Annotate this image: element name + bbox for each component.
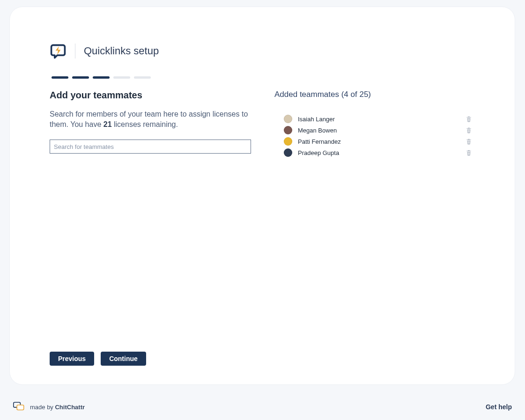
quicklinks-logo-icon (50, 43, 67, 59)
teammate-row: Megan Bowen (274, 125, 475, 136)
footer-brand: ChitChattr (55, 404, 85, 411)
delete-teammate-icon[interactable] (466, 149, 472, 156)
desc-suffix: licenses remaining. (112, 120, 178, 128)
wizard-footer-buttons: Previous Continue (50, 342, 475, 366)
chitchattr-logo-icon (13, 402, 25, 412)
footer-prefix: made by (30, 404, 55, 411)
step-indicator (52, 76, 68, 79)
footer-made-by: made by ChitChattr (30, 404, 85, 411)
right-column: Added teammates (4 of 25) Isaiah LangerM… (274, 90, 475, 342)
content-columns: Add your teammates Search for members of… (50, 90, 475, 342)
svg-rect-1 (17, 405, 24, 410)
previous-button[interactable]: Previous (50, 352, 94, 366)
delete-teammate-icon[interactable] (466, 126, 472, 134)
page-title: Quicklinks setup (84, 45, 159, 57)
teammate-name: Pradeep Gupta (298, 149, 339, 156)
teammate-name: Isaiah Langer (298, 116, 335, 123)
get-help-link[interactable]: Get help (486, 403, 512, 411)
teammate-name: Megan Bowen (298, 127, 337, 134)
step-indicator (113, 76, 130, 79)
add-teammates-heading: Add your teammates (50, 90, 251, 101)
progress-steps (52, 76, 475, 79)
setup-card: Quicklinks setup Add your teammates Sear… (9, 7, 515, 385)
step-indicator (72, 76, 89, 79)
teammate-name: Patti Fernandez (298, 138, 341, 145)
licenses-description: Search for members of your team here to … (50, 109, 251, 129)
teammate-row: Patti Fernandez (274, 136, 475, 147)
delete-teammate-icon[interactable] (466, 115, 472, 123)
teammate-row: Isaiah Langer (274, 113, 475, 125)
teammate-avatar (284, 115, 292, 123)
teammate-row: Pradeep Gupta (274, 147, 475, 158)
left-column: Add your teammates Search for members of… (50, 90, 251, 342)
step-indicator (93, 76, 110, 79)
teammate-avatar (284, 126, 292, 134)
continue-button[interactable]: Continue (101, 352, 146, 366)
page-footer: made by ChitChattr Get help (0, 397, 525, 420)
footer-brand-area: made by ChitChattr (13, 402, 85, 412)
licenses-remaining-count: 21 (104, 120, 112, 128)
step-indicator (134, 76, 151, 79)
header-divider (75, 44, 75, 59)
search-teammates-input[interactable] (50, 140, 251, 154)
teammates-list: Isaiah LangerMegan BowenPatti FernandezP… (274, 113, 475, 158)
teammate-avatar (284, 148, 292, 157)
teammate-avatar (284, 137, 292, 146)
card-header: Quicklinks setup (50, 43, 475, 59)
added-teammates-title: Added teammates (4 of 25) (274, 90, 475, 99)
delete-teammate-icon[interactable] (466, 138, 472, 145)
